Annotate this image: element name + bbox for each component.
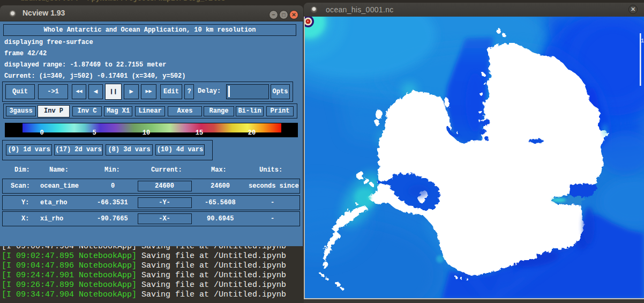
svg-text:1: 1 bbox=[641, 38, 644, 44]
